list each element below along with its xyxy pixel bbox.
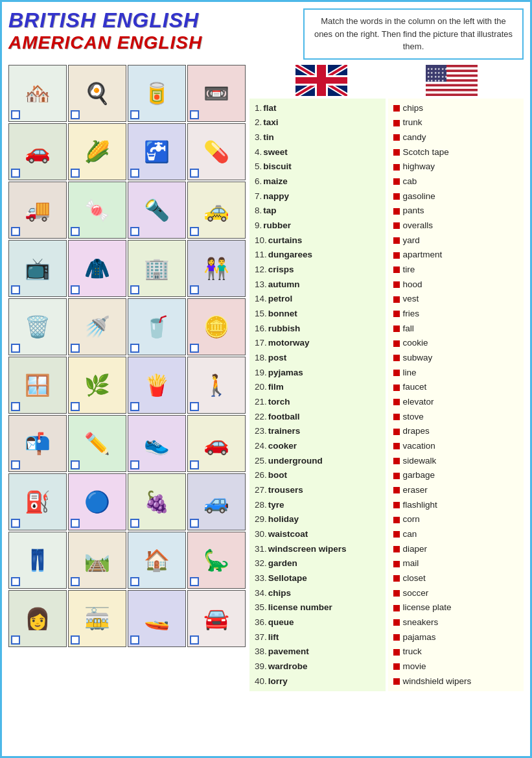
british-word: maize xyxy=(263,176,288,186)
svg-rect-8 xyxy=(295,77,347,84)
cell-checkbox[interactable] xyxy=(190,285,199,294)
british-word: post xyxy=(268,353,287,362)
cell-checkbox[interactable] xyxy=(190,577,199,586)
word-number: 34. xyxy=(255,588,267,598)
uk-flag-icon xyxy=(295,65,347,96)
british-word-item: 2.taxi xyxy=(255,115,380,130)
cell-checkbox[interactable] xyxy=(11,519,20,528)
red-square-icon xyxy=(393,517,400,523)
cell-checkbox[interactable] xyxy=(71,519,80,528)
cell-checkbox[interactable] xyxy=(130,285,139,294)
cell-checkbox[interactable] xyxy=(190,169,199,178)
main-container: BRITISH ENGLISH AMERICAN ENGLISH Match t… xyxy=(8,8,524,691)
red-square-icon xyxy=(393,663,400,670)
grid-cell: 🍟 xyxy=(128,357,186,414)
british-word-item: 31.windscreen wipers xyxy=(255,542,380,557)
columns-container: 1.flat2.taxi3.tin4.sweet5.biscuit6.maize… xyxy=(249,99,524,692)
british-word: film xyxy=(268,382,284,392)
british-word: football xyxy=(268,412,300,421)
cell-checkbox[interactable] xyxy=(190,227,199,236)
word-number: 3. xyxy=(255,132,262,142)
cell-checkbox[interactable] xyxy=(130,635,139,645)
red-square-icon xyxy=(393,429,400,435)
red-square-icon xyxy=(393,296,400,303)
cell-checkbox[interactable] xyxy=(11,110,20,119)
cell-checkbox[interactable] xyxy=(71,344,80,353)
british-word-item: 13.autumn xyxy=(255,278,380,292)
cell-checkbox[interactable] xyxy=(11,344,20,353)
red-square-icon xyxy=(393,385,400,391)
cell-checkbox[interactable] xyxy=(190,635,199,645)
cell-checkbox[interactable] xyxy=(71,110,80,119)
red-square-icon xyxy=(393,546,400,552)
cell-checkbox[interactable] xyxy=(130,402,139,411)
british-word: trousers xyxy=(268,485,303,495)
red-square-icon xyxy=(393,590,400,597)
cell-checkbox[interactable] xyxy=(130,344,139,353)
american-word: soccer xyxy=(403,586,429,601)
cell-checkbox[interactable] xyxy=(71,402,80,411)
american-word-item: flashlight xyxy=(393,498,519,513)
british-word: lift xyxy=(268,632,279,642)
red-square-icon xyxy=(393,164,400,171)
cell-checkbox[interactable] xyxy=(71,285,80,294)
title-american: AMERICAN ENGLISH xyxy=(8,32,202,53)
cell-checkbox[interactable] xyxy=(190,110,199,119)
cell-checkbox[interactable] xyxy=(71,577,80,586)
british-word-item: 7.nappy xyxy=(255,189,380,204)
american-word-item: faucet xyxy=(393,380,519,395)
word-number: 21. xyxy=(255,397,267,407)
red-square-icon xyxy=(393,193,400,200)
american-word: fall xyxy=(403,322,414,337)
cell-checkbox[interactable] xyxy=(190,519,199,528)
cell-checkbox[interactable] xyxy=(11,460,20,469)
red-square-icon xyxy=(393,414,400,420)
british-word-item: 26.boot xyxy=(255,468,380,483)
cell-checkbox[interactable] xyxy=(11,169,20,178)
cell-checkbox[interactable] xyxy=(11,635,20,645)
word-number: 8. xyxy=(255,206,262,215)
word-number: 35. xyxy=(255,602,267,612)
red-square-icon xyxy=(393,222,400,229)
cell-checkbox[interactable] xyxy=(190,344,199,353)
british-word: license number xyxy=(268,602,332,612)
american-word-item: windshield wipers xyxy=(393,674,519,689)
word-number: 7. xyxy=(255,191,262,201)
cell-checkbox[interactable] xyxy=(11,227,20,236)
british-word: flat xyxy=(263,103,276,113)
word-number: 6. xyxy=(255,176,262,186)
grid-cell: 📺 xyxy=(8,240,67,297)
american-word-item: eraser xyxy=(393,483,519,498)
us-flag-icon: ★ ★ ★ ★ ★ ★ ★ ★ ★ ★ ★ ★ ★ ★ ★ ★ ★ ★ ★ ★ … xyxy=(426,65,478,96)
cell-checkbox[interactable] xyxy=(190,402,199,411)
grid-cell: ✏️ xyxy=(68,415,126,472)
american-word-item: pants xyxy=(393,204,519,219)
word-number: 12. xyxy=(255,265,267,274)
word-number: 20. xyxy=(255,382,267,392)
cell-checkbox[interactable] xyxy=(71,169,80,178)
red-square-icon xyxy=(393,619,400,626)
cell-checkbox[interactable] xyxy=(71,460,80,469)
cell-checkbox[interactable] xyxy=(130,227,139,236)
grid-cell: 🚗 xyxy=(8,123,67,180)
cell-checkbox[interactable] xyxy=(71,635,80,645)
american-word: corn xyxy=(403,512,420,527)
cell-checkbox[interactable] xyxy=(130,110,139,119)
cell-checkbox[interactable] xyxy=(11,285,20,294)
american-word: movie xyxy=(403,659,426,674)
cell-checkbox[interactable] xyxy=(11,577,20,586)
british-word: boot xyxy=(268,470,287,480)
cell-checkbox[interactable] xyxy=(130,577,139,586)
cell-checkbox[interactable] xyxy=(190,460,199,469)
cell-checkbox[interactable] xyxy=(130,519,139,528)
cell-checkbox[interactable] xyxy=(71,227,80,236)
american-word-item: line xyxy=(393,366,519,381)
cell-checkbox[interactable] xyxy=(130,169,139,178)
red-square-icon xyxy=(393,473,400,479)
british-word-item: 18.post xyxy=(255,351,380,366)
cell-checkbox[interactable] xyxy=(11,402,20,411)
british-word-item: 17.motorway xyxy=(255,336,380,351)
american-word: highway xyxy=(403,160,435,174)
cell-checkbox[interactable] xyxy=(130,460,139,469)
british-word-item: 5.biscuit xyxy=(255,160,380,174)
